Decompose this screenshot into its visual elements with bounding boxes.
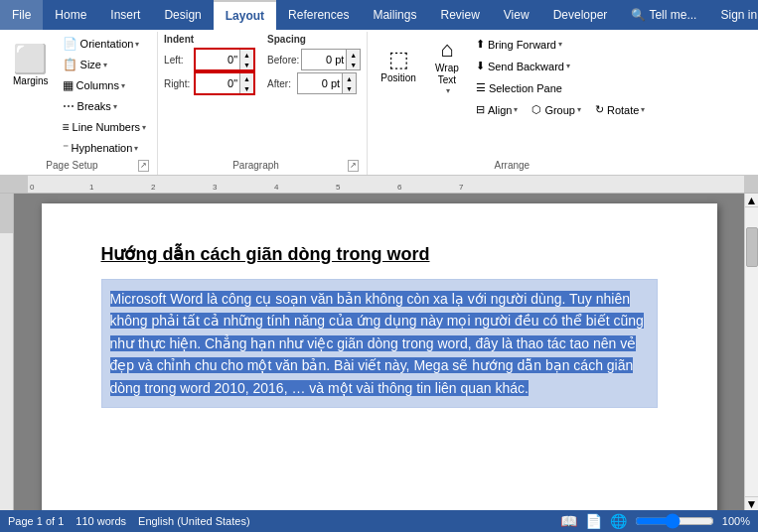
spacing-after-up[interactable]: ▲ xyxy=(342,73,356,83)
align-button[interactable]: ⊟ Align ▾ xyxy=(471,101,523,118)
orientation-arrow: ▾ xyxy=(135,40,139,49)
ruler-tick-0: 0 xyxy=(30,183,34,192)
wrap-text-icon: ⌂ xyxy=(440,39,453,61)
position-button[interactable]: ⬚ Position xyxy=(374,34,423,99)
arrange-large-btns: ⬚ Position ⌂ WrapText ▾ xyxy=(374,34,469,99)
tab-file[interactable]: File xyxy=(0,0,43,30)
margins-button[interactable]: ⬜ Margins xyxy=(6,34,56,99)
indent-left-input[interactable] xyxy=(196,50,239,69)
bring-forward-icon: ⬆ xyxy=(476,38,485,51)
tab-insert[interactable]: Insert xyxy=(98,0,152,30)
columns-icon: ▦ xyxy=(63,78,74,92)
orientation-button[interactable]: 📄 Orientation ▾ xyxy=(58,34,152,54)
wrap-text-button[interactable]: ⌂ WrapText ▾ xyxy=(425,34,469,99)
send-backward-button[interactable]: ⬇ Send Backward ▾ xyxy=(471,58,575,74)
spacing-after-input[interactable] xyxy=(298,73,342,93)
status-right: 📖 📄 🌐 100% xyxy=(560,513,750,529)
send-backward-row: ⬇ Send Backward ▾ xyxy=(471,56,650,76)
align-group-rotate-row: ⊟ Align ▾ ⬡ Group ▾ ↻ Rotate xyxy=(471,99,650,120)
page-setup-expander[interactable]: ↗ xyxy=(138,160,149,172)
indent-right-field: ▲ ▼ xyxy=(194,71,255,95)
spacing-after-label: After: xyxy=(267,78,295,89)
spacing-after-field: ▲ ▼ xyxy=(297,72,357,94)
align-icon: ⊟ xyxy=(476,103,485,116)
vertical-scrollbar[interactable]: ▲ ▼ xyxy=(744,194,758,510)
group-paragraph: Indent Left: ▲ ▼ xyxy=(158,32,368,175)
indent-right-row: Right: ▲ ▼ xyxy=(164,72,255,94)
view-print-button[interactable]: 📄 xyxy=(585,513,602,529)
indent-left-down[interactable]: ▼ xyxy=(239,60,253,69)
size-button[interactable]: 📋 Size ▾ xyxy=(58,55,152,74)
ruler-inner: 0 1 2 3 4 5 6 7 xyxy=(28,176,744,193)
tab-view[interactable]: View xyxy=(492,0,541,30)
indent-right-up[interactable]: ▲ xyxy=(239,73,253,83)
page-setup-col: 📄 Orientation ▾ 📋 Size ▾ ▦ Columns xyxy=(58,34,152,158)
document-body[interactable]: Microsoft Word là công cụ soạn văn bản k… xyxy=(101,279,658,408)
spacing-after-spinner: ▲ ▼ xyxy=(342,73,356,93)
zoom-slider[interactable] xyxy=(635,513,714,529)
ribbon-right: 🔍 Tell me... Sign in 👤 xyxy=(619,0,758,30)
tab-review[interactable]: Review xyxy=(428,0,491,30)
tell-me-button[interactable]: 🔍 Tell me... xyxy=(619,2,708,28)
indent-left-row: Left: ▲ ▼ xyxy=(164,49,255,70)
ruler-vertical xyxy=(0,194,14,510)
status-words: 110 words xyxy=(76,515,126,527)
indent-right-down[interactable]: ▼ xyxy=(239,83,253,93)
indent-right-input[interactable] xyxy=(196,73,239,93)
v-ruler-top-margin xyxy=(0,194,13,233)
selection-pane-button[interactable]: ☰ Selection Pane xyxy=(471,79,567,96)
page: Hướng dẫn cách giãn dòng trong word Micr… xyxy=(42,203,717,510)
spacing-before-down[interactable]: ▼ xyxy=(346,60,360,69)
indent-left-up[interactable]: ▲ xyxy=(239,50,253,60)
status-page: Page 1 of 1 xyxy=(8,515,64,527)
send-backward-label: Send Backward xyxy=(488,61,564,72)
spacing-before-input[interactable] xyxy=(302,50,346,69)
scroll-down-button[interactable]: ▼ xyxy=(745,496,758,510)
send-backward-icon: ⬇ xyxy=(476,60,485,72)
zoom-level: 100% xyxy=(722,515,750,527)
size-icon: 📋 xyxy=(63,58,77,71)
spacing-before-label: Before: xyxy=(267,55,299,66)
page-and-scroll: Hướng dẫn cách giãn dòng trong word Micr… xyxy=(14,194,758,510)
margins-icon: ⬜ xyxy=(13,46,48,73)
arrange-col-right: ⬆ Bring Forward ▾ ⬇ Send Backward ▾ xyxy=(471,34,650,120)
line-numbers-arrow: ▾ xyxy=(142,123,146,132)
rotate-button[interactable]: ↻ Rotate ▾ xyxy=(590,101,650,118)
spacing-after-down[interactable]: ▼ xyxy=(342,83,356,93)
tab-home[interactable]: Home xyxy=(43,0,98,30)
indent-left-field: ▲ ▼ xyxy=(194,48,255,71)
tab-layout[interactable]: Layout xyxy=(214,0,276,30)
indent-header: Indent xyxy=(164,34,255,47)
tab-mailings[interactable]: Mailings xyxy=(361,0,428,30)
scroll-up-button[interactable]: ▲ xyxy=(745,194,758,207)
content-area: Hướng dẫn cách giãn dòng trong word Micr… xyxy=(0,194,758,510)
spacing-before-spinner: ▲ ▼ xyxy=(346,50,360,69)
ruler-tick-5: 5 xyxy=(336,183,340,192)
selected-body-text: Microsoft Word là công cụ soạn văn bản k… xyxy=(110,291,644,396)
spacing-after-row: After: ▲ ▼ xyxy=(267,72,361,94)
view-web-button[interactable]: 🌐 xyxy=(610,513,627,529)
paragraph-expander[interactable]: ↗ xyxy=(348,160,359,172)
spacing-before-row: Before: ▲ ▼ xyxy=(267,49,361,70)
page-setup-footer: Page Setup ↗ xyxy=(6,158,151,173)
line-numbers-button[interactable]: ≡ Line Numbers ▾ xyxy=(58,117,152,137)
indent-left-label: Left: xyxy=(164,55,192,66)
hyphenation-button[interactable]: ⁻ Hyphenation ▾ xyxy=(58,138,152,158)
view-read-button[interactable]: 📖 xyxy=(560,513,577,529)
spacing-before-up[interactable]: ▲ xyxy=(346,50,360,60)
tab-references[interactable]: References xyxy=(276,0,361,30)
columns-button[interactable]: ▦ Columns ▾ xyxy=(58,75,152,95)
rotate-arrow: ▾ xyxy=(641,105,645,114)
ruler-tick-3: 3 xyxy=(213,183,217,192)
sign-in-button[interactable]: Sign in xyxy=(708,2,758,28)
paragraph-footer: Paragraph ↗ xyxy=(164,158,361,173)
tab-developer[interactable]: Developer xyxy=(541,0,620,30)
bring-forward-button[interactable]: ⬆ Bring Forward ▾ xyxy=(471,36,567,53)
arrange-label: Arrange xyxy=(376,158,648,173)
bring-forward-arrow: ▾ xyxy=(558,40,562,49)
indent-left-spinner: ▲ ▼ xyxy=(239,50,253,69)
tab-design[interactable]: Design xyxy=(152,0,213,30)
group-button[interactable]: ⬡ Group ▾ xyxy=(527,101,586,118)
breaks-button[interactable]: ⋯ Breaks ▾ xyxy=(58,96,152,116)
scroll-thumb[interactable] xyxy=(746,227,758,267)
